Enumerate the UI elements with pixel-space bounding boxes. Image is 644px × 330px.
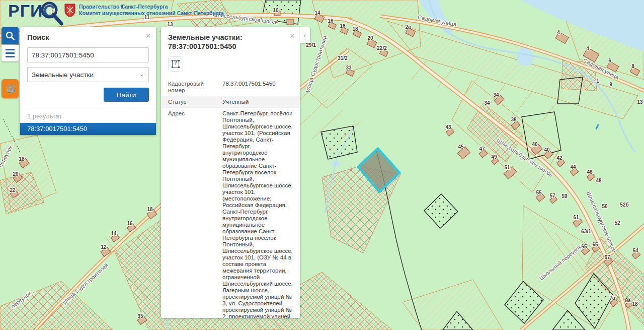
detail-label: Статус [161, 96, 220, 108]
svg-text:47: 47 [479, 146, 485, 152]
svg-text:51: 51 [504, 165, 510, 170]
toolbar-menu-button[interactable] [2, 45, 19, 61]
svg-text:43: 43 [445, 124, 451, 130]
svg-text:61: 61 [573, 215, 579, 220]
svg-text:52: 52 [614, 220, 620, 226]
svg-text:34: 34 [493, 92, 499, 98]
svg-text:2а: 2а [405, 24, 411, 30]
svg-text:48: 48 [596, 178, 602, 183]
svg-text:7а: 7а [609, 295, 615, 301]
svg-text:22/2: 22/2 [377, 45, 387, 51]
chevron-left-icon: ‹ [304, 31, 306, 39]
rgis-magnifier-icon [39, 0, 65, 26]
svg-text:улица Судостроителей: улица Судостроителей [61, 262, 109, 305]
find-button[interactable]: Найти [104, 88, 149, 102]
svg-text:52б: 52б [620, 202, 628, 208]
svg-text:31/2: 31/2 [338, 55, 348, 61]
gov-line-2: Комитет имущественных отношений Санкт-Пе… [79, 10, 224, 17]
svg-text:16: 16 [127, 221, 133, 226]
parcel-details-panel: Земельные участки: 78:37:0017501:5450 × … [161, 27, 300, 318]
svg-text:16: 16 [328, 18, 334, 24]
svg-text:8а: 8а [625, 298, 631, 303]
gov-line-1: Правительство Санкт-Петербурга [79, 4, 224, 10]
search-panel-close-icon[interactable]: × [145, 31, 151, 40]
svg-text:18: 18 [352, 26, 358, 32]
government-header: Правительство Санкт-Петербурга Комитет и… [64, 4, 224, 17]
svg-text:54: 54 [632, 248, 638, 253]
svg-text:10: 10 [273, 8, 279, 13]
svg-text:20: 20 [367, 35, 373, 41]
result-item-selected[interactable]: 78:37:0017501:5450 [20, 123, 156, 135]
detail-label: Адрес [161, 108, 220, 318]
svg-text:14: 14 [111, 231, 117, 236]
svg-text:33: 33 [346, 65, 352, 71]
results-count: 1 результат [20, 108, 156, 123]
search-query-input[interactable] [27, 47, 149, 62]
svg-text:59: 59 [561, 193, 568, 199]
menu-icon [6, 49, 15, 50]
svg-text:8: 8 [631, 63, 634, 69]
svg-text:18: 18 [147, 207, 153, 212]
svg-text:45: 45 [458, 144, 464, 150]
search-panel-title: Поиск [27, 33, 49, 41]
search-category-value: Земельные участки [32, 71, 94, 79]
search-icon [6, 31, 15, 40]
svg-text:49: 49 [491, 154, 497, 160]
spb-coat-of-arms-icon [64, 4, 75, 17]
search-category-select[interactable]: Земельные участки ⌄ [27, 67, 149, 82]
svg-text:1: 1 [596, 78, 599, 84]
detail-row: СтатусУчтенный [161, 96, 300, 108]
search-panel: Поиск × Земельные участки ⌄ Найти 1 резу… [20, 27, 156, 135]
svg-text:4: 4 [586, 46, 589, 51]
svg-text:67: 67 [604, 254, 610, 260]
svg-text:65: 65 [592, 242, 598, 247]
svg-text:40: 40 [532, 142, 538, 147]
svg-text:63/1: 63/1 [581, 229, 591, 234]
svg-text:46: 46 [587, 169, 593, 175]
svg-text:20: 20 [13, 171, 19, 177]
svg-text:34: 34 [484, 100, 490, 106]
chevron-down-icon: ⌄ [139, 70, 144, 78]
details-fields: Кадастровый номер78:37:0017501:5450Стату… [161, 78, 300, 318]
svg-text:38: 38 [511, 117, 517, 122]
svg-text:42: 42 [556, 155, 562, 161]
detail-value: Учтенный [220, 96, 300, 108]
svg-text:6: 6 [608, 58, 611, 63]
detail-row: АдресСанкт-Петербург, посёлок Понтонный,… [161, 108, 300, 318]
details-panel-collapse-button[interactable]: ‹ [300, 27, 310, 43]
detail-label: Кадастровый номер [161, 78, 220, 96]
svg-text:22: 22 [10, 187, 16, 193]
svg-text:65: 65 [581, 244, 587, 249]
svg-text:14: 14 [314, 10, 320, 16]
svg-text:50: 50 [602, 204, 608, 209]
svg-text:40: 40 [544, 147, 550, 153]
svg-text:29/1: 29/1 [306, 42, 316, 48]
svg-text:12: 12 [101, 244, 107, 250]
svg-text:18: 18 [19, 156, 25, 162]
svg-text:35: 35 [137, 313, 143, 319]
details-panel-close-icon[interactable]: × [289, 31, 295, 40]
svg-text:44: 44 [570, 164, 576, 170]
detail-row: Кадастровый номер78:37:0017501:5450 [161, 78, 300, 96]
details-panel-title: Земельные участки: 78:37:0017501:5450 [168, 33, 243, 50]
app-window: 1в9111310141616182022/22а31/23329/144681… [0, 0, 644, 330]
toolbar-search-button[interactable] [2, 27, 19, 44]
svg-text:4: 4 [557, 30, 560, 35]
svg-text:18: 18 [632, 301, 638, 307]
svg-text:57: 57 [549, 193, 555, 199]
parcel-geometry-help-button[interactable]: ? [168, 56, 183, 72]
svg-text:9: 9 [609, 82, 612, 87]
toolbar-spb-button[interactable]: ⚓ ⚓ [2, 79, 19, 98]
detail-value: 78:37:0017501:5450 [220, 78, 300, 96]
detail-value: Санкт-Петербург, посёлок Понтонный, Шлис… [220, 108, 300, 318]
svg-text:13: 13 [167, 22, 173, 27]
svg-text:16: 16 [340, 23, 346, 29]
svg-text:13: 13 [637, 99, 643, 105]
anchor-icon: ⚓ [4, 81, 19, 96]
svg-text:55: 55 [536, 190, 542, 195]
